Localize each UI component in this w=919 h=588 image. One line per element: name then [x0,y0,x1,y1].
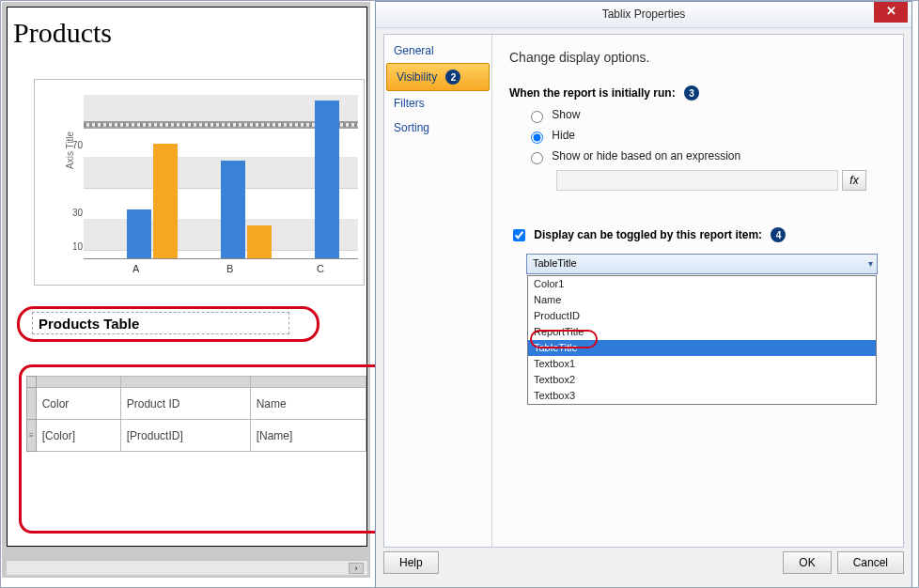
ok-button[interactable]: OK [783,551,831,574]
tablix-properties-dialog: Tablix Properties ✕ General Visibility 2… [375,1,912,588]
fx-button[interactable]: fx [842,170,866,191]
report-body[interactable]: Products Axis Title 1 [7,7,367,547]
tablix[interactable]: Color Product ID Name ≡ [Color] [Product… [26,376,366,452]
col-header-name[interactable]: Name [250,388,366,420]
radio-show[interactable] [531,111,543,123]
bar-b-series1 [221,161,245,258]
bar-a-series1 [127,209,151,258]
report-designer-surface: Products Axis Title 1 [2,2,370,578]
scroll-right-icon[interactable]: › [349,563,364,574]
ytick-70: 70 [72,140,83,150]
xtick-c: C [317,263,324,274]
field-productid[interactable]: [ProductID] [120,420,250,452]
field-name[interactable]: [Name] [250,420,366,452]
bar-b-series2 [247,225,272,258]
nav-visibility[interactable]: Visibility 2 [386,63,490,91]
radio-show-label: Show [552,108,580,121]
toggle-checkbox[interactable] [513,229,525,241]
dialog-footer: Help Cancel OK [383,551,904,580]
field-color[interactable]: [Color] [36,420,120,452]
xtick-a: A [132,263,139,274]
chart-region[interactable]: Axis Title 10 30 70 [34,79,365,286]
close-icon: ✕ [886,4,896,18]
chevron-down-icon: ▾ [868,258,873,269]
toggle-label: Display can be toggled by this report it… [534,228,762,241]
close-button[interactable]: ✕ [874,2,908,23]
horizontal-scrollbar[interactable]: › [7,560,367,575]
dialog-content: Change display options. When the report … [492,35,903,547]
xtick-b: B [226,263,233,274]
combo-option-name[interactable]: Name [528,292,876,308]
bar-c-series1 [315,101,339,258]
col-header-color[interactable]: Color [36,388,120,420]
toggle-item-combo[interactable]: TableTitle ▾ Color1 Name ProductID Repor… [526,254,878,274]
nav-visibility-label: Visibility [397,70,437,84]
run-label: When the report is initially run: [509,86,676,100]
section-header: Change display options. [509,50,886,65]
combo-option-textbox2[interactable]: Textbox2 [528,372,876,388]
callout-badge-4: 4 [771,227,786,242]
expression-input [556,170,838,191]
combo-option-color1[interactable]: Color1 [528,276,876,292]
combo-option-reporttitle[interactable]: ReportTitle [528,324,876,340]
nav-general[interactable]: General [384,39,491,63]
cancel-button[interactable]: Cancel [837,551,904,574]
combo-option-tabletitle[interactable]: TableTitle [528,340,876,356]
radio-hide-label: Hide [552,129,575,142]
help-button[interactable]: Help [383,551,439,574]
nav-filters[interactable]: Filters [384,91,491,116]
dialog-nav: General Visibility 2 Filters Sorting [384,35,492,547]
col-header-productid[interactable]: Product ID [120,388,250,420]
radio-expression-label: Show or hide based on an expression [552,149,740,162]
ytick-30: 30 [72,208,83,218]
table-title-textbox[interactable]: Products Table [32,312,289,334]
bar-a-series2 [153,144,178,258]
combo-option-textbox1[interactable]: Textbox1 [528,356,876,372]
plot-area [84,95,358,258]
combo-option-productid[interactable]: ProductID [528,308,876,324]
combo-selected-value: TableTitle [533,257,577,269]
ytick-10: 10 [72,241,83,252]
callout-badge-3: 3 [684,85,699,101]
visibility-radio-group: Show Hide Show or hide based on an expre… [526,108,886,191]
dialog-titlebar[interactable]: Tablix Properties ✕ [376,2,911,28]
radio-hide[interactable] [531,132,543,144]
combo-option-textbox3[interactable]: Textbox3 [528,388,876,404]
callout-badge-2: 2 [445,70,460,85]
dialog-title: Tablix Properties [602,8,686,21]
report-title[interactable]: Products [13,17,112,49]
radio-expression[interactable] [531,152,543,164]
combo-dropdown-list: Color1 Name ProductID ReportTitle TableT… [527,275,877,405]
nav-sorting[interactable]: Sorting [384,116,491,140]
